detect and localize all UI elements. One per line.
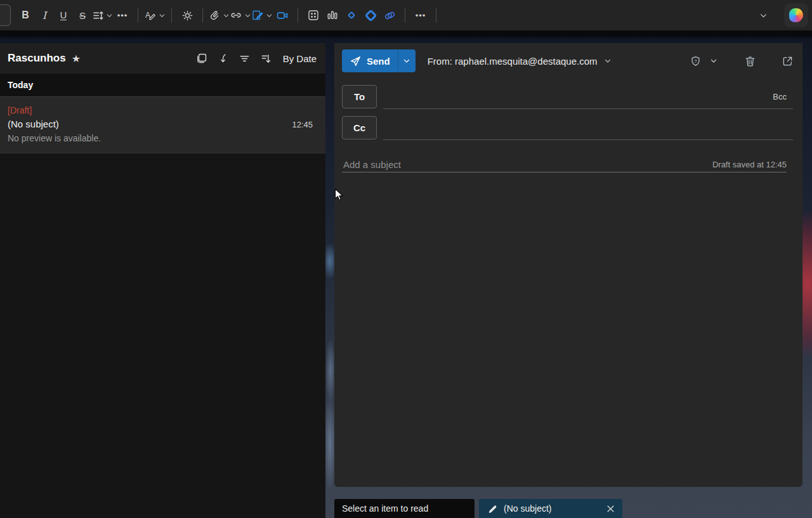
list-header: Rascunhos ★ [0, 43, 325, 74]
poll-button[interactable] [323, 4, 342, 26]
toolbar-divider [202, 8, 203, 23]
open-in-new-window-button[interactable] [782, 55, 794, 67]
poll-bars-icon [326, 9, 339, 22]
draft-saved-status: Draft saved at 12:45 [712, 160, 787, 169]
italic-button[interactable]: I [35, 4, 54, 26]
attach-file-button[interactable] [209, 4, 230, 26]
cc-input[interactable] [383, 122, 793, 134]
send-options-button[interactable] [398, 49, 416, 72]
formatting-toolbar: B I U S ••• A [0, 0, 812, 30]
loop-component-icon [346, 10, 357, 21]
chevron-down-icon [223, 12, 230, 19]
ellipsis-icon: ••• [416, 11, 426, 20]
chevron-down-icon [403, 57, 410, 65]
draft-badge: [Draft] [8, 103, 313, 117]
strikethrough-icon: S [79, 10, 86, 21]
item-time: 12:45 [292, 120, 313, 129]
reading-pane-tab[interactable]: Select an item to read [334, 499, 475, 518]
more-options-button[interactable]: ••• [411, 4, 430, 26]
cc-row: Cc [342, 116, 793, 139]
apps-button[interactable] [304, 4, 323, 26]
date-group-header[interactable]: Today [0, 74, 325, 97]
filter-button[interactable] [239, 53, 251, 65]
signature-icon [251, 9, 264, 22]
filter-icon [239, 53, 251, 65]
bold-icon: B [22, 10, 29, 21]
subject-row: Draft saved at 12:45 [342, 156, 787, 172]
send-label: Send [367, 56, 390, 67]
sort-by-date-button[interactable]: By Date [283, 53, 317, 64]
to-field-wrap: Bcc [383, 85, 793, 109]
compose-header-actions: ? [690, 55, 794, 67]
discard-draft-button[interactable] [744, 55, 756, 67]
message-protection-button[interactable]: ? [690, 55, 702, 67]
underline-icon: U [60, 10, 67, 21]
trash-icon [744, 55, 756, 67]
folder-title: Rascunhos [8, 52, 66, 65]
chevron-down-icon [604, 57, 612, 65]
cc-field-wrap [383, 116, 793, 140]
italic-icon: I [43, 10, 46, 22]
video-meeting-button[interactable] [273, 4, 292, 26]
chevron-down-icon [759, 11, 768, 20]
ellipsis-icon: ••• [117, 11, 128, 20]
bold-button[interactable]: B [16, 4, 35, 26]
cc-button[interactable]: Cc [342, 116, 377, 139]
mouse-cursor [334, 188, 344, 202]
line-spacing-button[interactable] [92, 4, 113, 26]
favorite-star-icon[interactable]: ★ [72, 53, 81, 65]
send-button[interactable]: Send [342, 49, 398, 72]
video-camera-icon [276, 9, 289, 22]
loop-button[interactable] [361, 4, 380, 26]
chevron-down-icon [266, 12, 273, 19]
clipped-edge-button[interactable] [0, 4, 11, 26]
select-messages-button[interactable] [195, 52, 208, 65]
chevron-down-icon [106, 12, 113, 19]
subject-underline [342, 172, 787, 172]
copilot-icon [789, 8, 803, 22]
overlapping-shapes-icon [383, 9, 396, 22]
draft-list-item[interactable]: [Draft] (No subject) 12:45 No preview is… [0, 97, 325, 153]
dark-mode-toggle-button[interactable] [178, 4, 197, 26]
draft-tab-label: (No subject) [504, 503, 551, 514]
insert-link-button[interactable] [230, 4, 251, 26]
apps-grid-icon [307, 9, 320, 22]
close-draft-tab-button[interactable] [606, 505, 615, 513]
compose-header: Send From: raphael.mesquita@destaque.com… [342, 48, 794, 74]
toolbar-divider [436, 8, 436, 23]
more-formatting-button[interactable]: ••• [113, 4, 132, 26]
loop-component-button[interactable] [342, 4, 361, 26]
text-effects-button[interactable]: A [144, 4, 166, 26]
bcc-toggle[interactable]: Bcc [773, 92, 787, 101]
chevron-down-icon [244, 12, 251, 19]
multiselect-icon [195, 52, 208, 65]
outlook-dark-window: { "toolbar": { "bold": "B", "italic": "I… [0, 0, 812, 518]
underline-button[interactable]: U [54, 4, 73, 26]
message-body-area[interactable] [342, 179, 793, 481]
subject-input[interactable] [342, 159, 705, 171]
signature-button[interactable] [251, 4, 273, 26]
close-icon [606, 505, 615, 513]
protection-options-button[interactable] [710, 57, 717, 65]
toolbar-divider [405, 8, 405, 23]
to-input[interactable] [383, 91, 793, 103]
chevron-down-icon [159, 12, 166, 19]
copilot-button[interactable] [784, 3, 808, 27]
compose-pane: Send From: raphael.mesquita@destaque.com… [334, 43, 802, 487]
send-split-button: Send [342, 49, 416, 72]
message-list-pane: Rascunhos ★ [0, 43, 325, 518]
draft-compose-tab[interactable]: (No subject) [479, 499, 622, 518]
to-button[interactable]: To [342, 85, 377, 108]
item-preview: No preview is available. [8, 131, 313, 145]
font-effects-icon: A [144, 9, 157, 22]
item-subject: (No subject) [8, 117, 292, 131]
newest-first-button[interactable] [218, 53, 229, 64]
send-icon [350, 55, 362, 67]
toolbar-divider [138, 8, 138, 23]
ribbon-options-button[interactable] [759, 11, 768, 20]
from-selector[interactable]: From: raphael.mesquita@destaque.com [428, 56, 612, 67]
sort-button[interactable] [260, 53, 272, 65]
shield-question-icon: ? [690, 55, 702, 67]
strikethrough-button[interactable]: S [73, 4, 92, 26]
planner-button[interactable] [380, 4, 399, 26]
